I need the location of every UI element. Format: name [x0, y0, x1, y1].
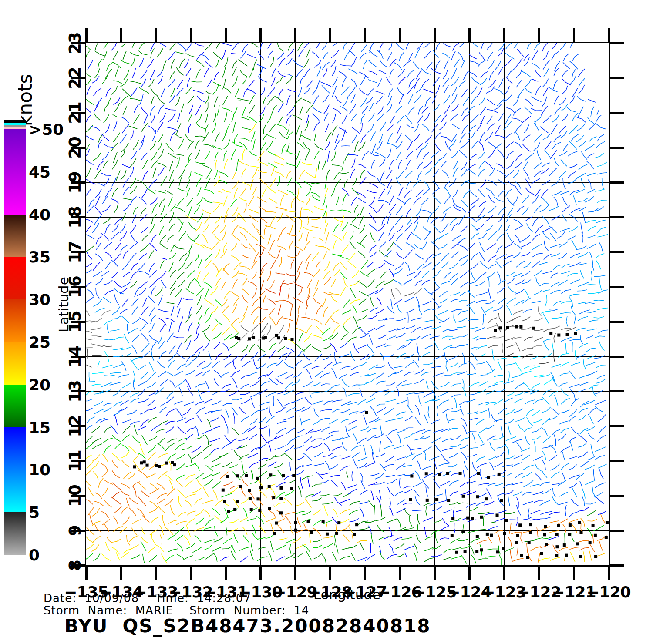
axis-tick	[85, 567, 88, 580]
colorbar-tick-label: 15	[29, 418, 50, 436]
axis-tick	[329, 28, 331, 42]
axis-tick	[610, 147, 624, 149]
axis-tick	[610, 356, 624, 358]
axis-tick	[329, 567, 331, 580]
axis-tick	[538, 567, 540, 580]
colorbar-title: knots	[14, 74, 36, 126]
colorbar-tick-label: 10	[29, 461, 50, 479]
y-axis-title: Latitude	[56, 277, 71, 332]
axis-tick	[294, 567, 296, 580]
axis-tick	[155, 28, 157, 42]
wind-vector-canvas	[86, 43, 609, 565]
latitude-tick-label: 10	[66, 484, 84, 507]
axis-tick	[610, 181, 624, 184]
date-time-line: Date: 10/09/08 Time: 14:28:07	[44, 592, 251, 605]
colorbar-tick-label: 20	[29, 376, 50, 393]
axis-tick	[610, 530, 624, 532]
axis-tick	[573, 28, 575, 42]
axis-tick	[573, 567, 575, 580]
axis-tick	[610, 77, 624, 79]
latitude-tick-label: 22	[66, 67, 84, 89]
axis-tick	[225, 28, 227, 42]
axis-tick	[399, 567, 401, 580]
axis-tick	[259, 28, 262, 42]
axis-tick	[610, 216, 624, 218]
axis-tick	[190, 567, 192, 580]
latitude-tick-label: 8	[66, 560, 84, 571]
axis-tick	[120, 567, 122, 580]
colorbar-flag-stripe	[4, 120, 26, 123]
latitude-tick-label: 21	[66, 101, 84, 124]
axis-tick	[399, 28, 401, 42]
colorbar-tick-label: 35	[29, 248, 50, 266]
axis-tick	[610, 425, 624, 427]
latitude-tick-label: 14	[66, 345, 84, 368]
longitude-tick-label: −120	[586, 583, 630, 601]
axis-tick	[608, 28, 610, 42]
axis-tick	[85, 28, 88, 42]
axis-tick	[610, 112, 624, 114]
axis-tick	[434, 567, 436, 580]
axis-tick	[468, 567, 471, 580]
axis-tick	[610, 495, 624, 497]
latitude-tick-label: 17	[66, 241, 84, 263]
axis-tick	[610, 460, 624, 462]
colorbar-tick-label: 45	[29, 163, 50, 181]
colorbar-tick-label: 0	[29, 546, 40, 564]
colorbar	[4, 129, 26, 555]
axis-tick	[364, 567, 366, 580]
axis-tick	[610, 286, 624, 288]
axis-tick	[259, 567, 262, 580]
axis-tick	[538, 28, 540, 42]
axis-tick	[610, 251, 624, 253]
colorbar-tick-label: 40	[29, 205, 50, 223]
colorbar-tick-label: 30	[29, 291, 50, 309]
axis-tick	[120, 28, 122, 42]
axis-tick	[503, 567, 505, 580]
axis-tick	[610, 390, 624, 392]
axis-tick	[610, 564, 624, 567]
axis-tick	[608, 567, 610, 580]
colorbar-tick-label: >50	[29, 121, 64, 138]
colorbar-flag-stripe	[4, 125, 26, 127]
latitude-tick-label: 11	[66, 449, 84, 472]
axis-tick	[610, 321, 624, 323]
colorbar-flag-stripe	[4, 123, 26, 125]
axis-tick	[503, 28, 505, 42]
axis-tick	[434, 28, 436, 42]
axis-tick	[468, 28, 471, 42]
colorbar-tick-label: 25	[29, 333, 50, 351]
wind-field-plot-page: knots >50454035302520151050 232221201918…	[0, 0, 653, 644]
latitude-tick-label: 19	[66, 171, 84, 194]
colorbar-flag-stripe	[4, 127, 26, 129]
latitude-tick-label: 9	[66, 525, 84, 536]
axis-tick	[364, 28, 366, 42]
latitude-tick-label: 18	[66, 206, 84, 228]
latitude-tick-label: 12	[66, 415, 84, 437]
x-axis-title: Longitude	[313, 587, 380, 602]
latitude-tick-label: 20	[66, 136, 84, 159]
latitude-tick-label: 13	[66, 380, 84, 402]
axis-tick	[610, 42, 624, 44]
axis-tick	[294, 28, 296, 42]
axis-tick	[155, 567, 157, 580]
axis-tick	[190, 28, 192, 42]
colorbar-tick-label: 5	[29, 503, 40, 521]
axis-tick	[225, 567, 227, 580]
product-id-line: BYU QS_S2B48473.20082840818	[64, 615, 431, 637]
latitude-tick-label: 23	[66, 32, 84, 54]
